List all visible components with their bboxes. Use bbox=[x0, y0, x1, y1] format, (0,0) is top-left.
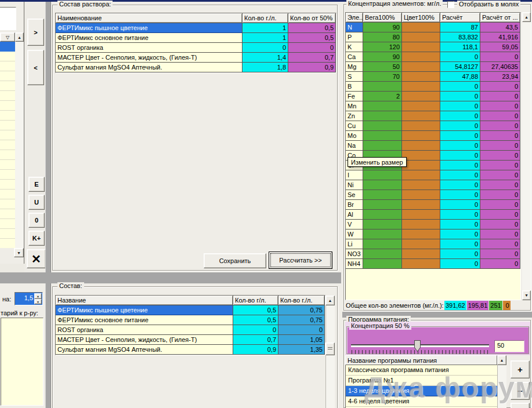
spinner-value[interactable]: 1,5 bbox=[24, 294, 33, 301]
left-list-rows[interactable] bbox=[0, 52, 15, 248]
table-row[interactable]: N 90 87 43,5 bbox=[346, 23, 520, 32]
spin-up-icon[interactable]: ▲ bbox=[34, 293, 42, 299]
table-row[interactable]: Fe 2 0 0 bbox=[346, 92, 520, 101]
total-badge: 391,62 bbox=[444, 301, 466, 310]
solution-groupbox: Состав раствора: Наименование Кол-во г./… bbox=[52, 5, 338, 271]
total-badge: 195,81 bbox=[467, 301, 489, 310]
table-row[interactable]: ROST органика 0 0 bbox=[56, 43, 336, 53]
table-row[interactable]: V 0 0 bbox=[346, 220, 520, 230]
bottom-left-panel: на: 1,5 ▲ ▼ тарий к р-ру: bbox=[0, 283, 45, 408]
composition-table-header: Название Кол-во г/л. Кол-во г./л. bbox=[56, 296, 325, 305]
total-badge: 0 bbox=[503, 301, 511, 310]
scroll-up-icon[interactable]: ▲ bbox=[522, 12, 531, 22]
close-icon[interactable]: ✕ bbox=[27, 249, 46, 268]
table-row[interactable]: Mo 0 0 bbox=[346, 131, 520, 141]
table-row[interactable]: K 120 118,1 59,05 bbox=[346, 42, 520, 52]
table-row[interactable]: Сульфат магния MgSO4 Аптечный. 1,8 0,9 bbox=[56, 63, 336, 72]
table-row[interactable]: Cu 0 0 bbox=[346, 121, 520, 131]
e-button[interactable]: E bbox=[28, 177, 45, 192]
column-header-calc50[interactable]: Расчёт от ... bbox=[480, 13, 520, 23]
comment-label: тарий к р-ру: bbox=[1, 309, 38, 316]
composition-table: Название Кол-во г/л. Кол-во г./л. ФЕРТИм… bbox=[55, 295, 325, 355]
solution-table-header: Наименование Кол-во г./л. Кол-во от 50% bbox=[56, 13, 336, 23]
watermark: Джа форум bbox=[364, 371, 532, 405]
table-row[interactable]: Mg 50 54,8127 27,40635 bbox=[346, 62, 520, 72]
table-row[interactable]: ФЕРТИмикс основное питание 1 0,5 bbox=[56, 33, 336, 43]
column-header-name[interactable]: Название bbox=[56, 296, 233, 305]
concentration-label: Концентрация 50 % bbox=[349, 322, 411, 330]
table-row[interactable]: NH4 0 0 bbox=[346, 259, 520, 269]
table-row[interactable]: W 0 0 bbox=[346, 230, 520, 239]
table-row[interactable]: МАСТЕР Цвет - Сенполия, жидкость, (Гилея… bbox=[56, 53, 336, 63]
scroll-down-icon[interactable]: ▼ bbox=[522, 290, 531, 300]
table-row[interactable]: Ca 90 0 0 bbox=[346, 52, 520, 62]
elements-table: Эле... Вега100% Цвет100% Расчёт Расчёт о… bbox=[345, 12, 521, 300]
spin-down-icon[interactable]: ▼ bbox=[34, 299, 42, 304]
u-button[interactable]: U bbox=[28, 195, 45, 210]
table-row[interactable]: S 70 47,88 23,94 bbox=[346, 72, 520, 82]
molar-checkbox-label[interactable]: Отобразить в молях bbox=[457, 1, 520, 8]
table-row[interactable]: Na 0 0 bbox=[346, 141, 520, 151]
zero-button[interactable]: 0 bbox=[28, 213, 45, 228]
column-header-qty[interactable]: Кол-во г/л. bbox=[233, 296, 278, 305]
composition-group-title: Состав: bbox=[57, 282, 84, 290]
scrollbar-thumb[interactable] bbox=[325, 343, 335, 355]
left-scrollbar-track[interactable] bbox=[15, 42, 24, 248]
scroll-up-icon[interactable]: ▲ bbox=[497, 355, 506, 365]
left-list-selected-row[interactable] bbox=[0, 42, 15, 52]
totals-label: Общее кол-во элементов (мг./л.): bbox=[346, 302, 444, 309]
filter-icon[interactable]: ▽ bbox=[0, 32, 15, 42]
left-search-box[interactable] bbox=[0, 7, 16, 30]
scroll-down-icon[interactable]: ▼ bbox=[14, 248, 24, 257]
vertical-splitter[interactable] bbox=[45, 2, 51, 408]
composition-groupbox: Состав: Название Кол-во г/л. Кол-во г./л… bbox=[52, 286, 338, 408]
column-header-calc[interactable]: Расчёт bbox=[440, 13, 480, 23]
scroll-up-icon[interactable]: ▲ bbox=[325, 296, 335, 305]
save-button[interactable]: Сохранить bbox=[204, 253, 266, 268]
table-row[interactable]: P 80 83,832 41,916 bbox=[346, 32, 520, 42]
table-row[interactable]: Ni 0 0 bbox=[346, 180, 520, 190]
toolbar-strip: > < E U 0 K+ ✕ bbox=[24, 2, 45, 272]
column-header-vega[interactable]: Вега100% bbox=[363, 13, 402, 23]
program-list-header[interactable]: Название программы питания bbox=[345, 355, 497, 365]
table-row[interactable]: Сульфат магния MgSO4 Аптечный. 0,9 1,35 bbox=[56, 345, 325, 355]
column-header-name[interactable]: Наименование bbox=[56, 13, 243, 23]
column-header-cvet[interactable]: Цвет100% bbox=[402, 13, 440, 23]
table-row[interactable]: Al 0 0 bbox=[346, 210, 520, 220]
table-row[interactable]: ФЕРТИмикс пышное цветение 0,5 0,75 bbox=[56, 305, 325, 315]
k-plus-button[interactable]: K+ bbox=[28, 231, 45, 246]
table-row[interactable]: Zn 0 0 bbox=[346, 111, 520, 121]
table-row[interactable]: NO3 0 0 bbox=[346, 249, 520, 259]
table-row[interactable]: ФЕРТИмикс пышное цветение 1 0,5 bbox=[56, 23, 336, 33]
na-label: на: bbox=[2, 296, 11, 303]
total-badge: 251 bbox=[489, 301, 502, 310]
elements-group-title: Концентрация элементов: мг/л. bbox=[346, 0, 443, 8]
table-row[interactable]: Se 0 0 bbox=[346, 190, 520, 200]
table-row[interactable]: ROST органика 0 0 bbox=[56, 325, 325, 335]
move-left-button[interactable]: < bbox=[27, 50, 44, 85]
elements-table-header: Эле... Вега100% Цвет100% Расчёт Расчёт о… bbox=[346, 13, 520, 23]
table-row[interactable]: МАСТЕР Цвет - Сенполия, жидкость, (Гилея… bbox=[56, 335, 325, 345]
concentration-input[interactable]: 50 bbox=[494, 340, 524, 352]
dilution-spinner[interactable]: 1,5 ▲ ▼ bbox=[15, 292, 43, 305]
molar-checkbox[interactable] bbox=[447, 1, 454, 8]
table-row[interactable]: Li 0 0 bbox=[346, 239, 520, 249]
scroll-up-icon[interactable]: ▲ bbox=[15, 32, 24, 42]
table-row[interactable]: ФЕРТИмикс основное питание 0,5 0,75 bbox=[56, 315, 325, 325]
column-header-qty2[interactable]: Кол-во г./л. bbox=[278, 296, 325, 305]
composition-scrollbar-track[interactable] bbox=[325, 305, 335, 408]
app-window: ▽ ▲ ▼ > < E U 0 K+ ✕ Состав раствора: На… bbox=[0, 0, 532, 408]
column-header-element[interactable]: Эле... bbox=[346, 13, 363, 23]
comment-textarea[interactable] bbox=[1, 318, 44, 406]
table-row[interactable]: I 0 0 bbox=[346, 170, 520, 180]
horizontal-splitter[interactable] bbox=[0, 272, 341, 283]
elements-scrollbar-track[interactable] bbox=[522, 22, 531, 290]
calculate-button[interactable]: Рассчитать >> bbox=[269, 252, 332, 269]
column-header-qty[interactable]: Кол-во г./л. bbox=[243, 13, 288, 23]
table-row[interactable]: Br 0 0 bbox=[346, 200, 520, 210]
move-right-button[interactable]: > bbox=[27, 19, 44, 46]
table-row[interactable]: Mn 0 0 bbox=[346, 101, 520, 111]
column-header-qty50[interactable]: Кол-во от 50% bbox=[288, 13, 336, 23]
grip-icon bbox=[328, 347, 332, 349]
table-row[interactable]: B 0 0 bbox=[346, 82, 520, 92]
